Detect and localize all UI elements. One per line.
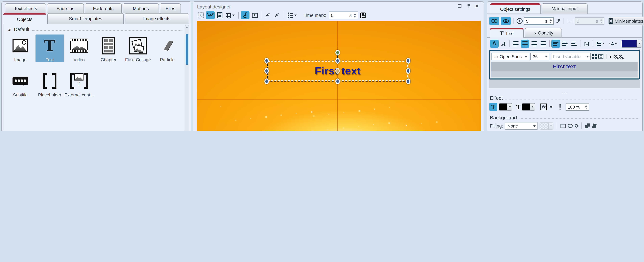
bold-button[interactable]: A [490,40,499,48]
object-tile-flexi-collage[interactable]: Flexi-Collage [124,35,152,62]
character-map-icon[interactable] [592,54,597,59]
paragraph-icon[interactable] [598,54,604,59]
dotted-leader [32,28,182,31]
tab-motions[interactable]: Motions [123,4,159,13]
insert-variable-select[interactable]: Insert variable [551,53,590,60]
object-tile-image[interactable]: Image [6,35,34,62]
tab-files[interactable]: Files [160,4,181,13]
close-icon[interactable]: ✕ [475,4,479,9]
tab-text-effects[interactable]: Text effects [5,4,46,13]
editor-zoom-out-icon[interactable]: − [619,55,622,58]
align-left-button[interactable] [512,40,520,48]
object-tile-particle[interactable]: ///Particle [153,35,182,62]
offset-input[interactable]: 0 s [575,17,604,25]
tab-fade-outs[interactable]: Fade-outs [85,4,122,13]
valign-middle-button[interactable] [560,40,569,48]
outline-color-picker[interactable] [522,103,535,111]
text-editor[interactable]: TT Open Sans 36 Insert variable ◐ + − Fi… [489,50,640,80]
shape-circle-icon[interactable] [575,124,578,128]
font-color-dropdown[interactable] [637,40,642,47]
handle-top-right[interactable] [406,58,410,64]
time-mark-input[interactable]: 0 s [329,12,358,19]
font-color-picker[interactable] [621,40,642,48]
handle-top-left[interactable] [264,58,269,64]
editor-text-line[interactable]: First text [491,62,638,71]
shape-polygon2-icon[interactable] [592,123,597,128]
handle-top-center[interactable] [335,58,340,64]
section-default[interactable]: ◢ Default [3,25,186,34]
object-tile-subtitle[interactable]: Subtitle [6,70,34,97]
object-tile-text[interactable]: TText [36,35,64,62]
add-path-point-button[interactable] [263,11,272,19]
valign-bottom-button[interactable] [570,40,578,48]
handle-mid-left[interactable] [264,68,269,74]
text-color-picker[interactable] [499,103,512,111]
duration-input[interactable]: 5 s [524,17,554,25]
object-tile-chapter[interactable]: Chapter [94,35,123,62]
text-color-button[interactable]: T [489,103,497,111]
time-mark-spinner[interactable] [353,12,357,19]
eye-icon [503,19,508,23]
tile-label: Image [14,57,26,62]
select-tool-button[interactable]: ↖ [196,11,205,19]
object-tile-placeholder[interactable]: Placeholder [36,70,64,97]
filling-select[interactable]: None [505,122,538,130]
objects-scrollbar[interactable]: ▲ ▼ [185,25,189,131]
handle-bottom-right[interactable] [406,79,410,84]
shape-polygon1-icon[interactable] [585,123,590,128]
fx-icon[interactable]: ƒx [540,104,547,110]
smooth-curve-button[interactable] [241,11,250,19]
valign-top-button[interactable] [551,40,560,48]
object-tile-external-cont-[interactable]: ↑External cont... [65,70,93,97]
align-center-button[interactable] [520,40,530,48]
maximize-icon[interactable] [458,5,462,8]
handle-mid-right[interactable] [406,68,410,74]
pin-icon[interactable] [468,4,470,9]
move-handle[interactable] [335,68,340,74]
tab-objects[interactable]: Objects [3,13,46,24]
preview-canvas[interactable]: First text [197,21,481,131]
tab-fade-ins[interactable]: Fade-ins [47,4,84,13]
visibility-button[interactable] [501,17,511,25]
expander[interactable]: ... [487,89,642,94]
link-duration-button[interactable] [489,17,499,25]
tab-label: Text [505,31,514,36]
editor-zoom-in-icon[interactable]: + [614,55,617,58]
mini-templates-button[interactable]: Mini-templates [608,17,644,25]
tab-opacity[interactable]: ◑Opacity [525,28,562,38]
scroll-up-icon[interactable]: ▲ [185,25,189,29]
tab-manual-input[interactable]: Manual input [542,4,588,14]
tile-label: Subtitle [13,92,28,97]
fx-dropdown-icon[interactable] [549,106,553,108]
editor-empty-area[interactable] [491,71,638,78]
tab-object-settings[interactable]: Object settings [490,4,540,14]
font-size-select[interactable]: 36 [530,53,549,60]
font-family-select[interactable]: TT Open Sans [491,53,529,60]
smart-duration-icon[interactable]: ↺✦ [555,18,561,24]
contrast-icon[interactable]: ◐ [609,54,612,59]
object-tile-video[interactable]: Video [65,35,93,62]
motion-path-curve-button[interactable] [206,11,215,19]
fit-frame-button[interactable]: ✛ [250,11,259,19]
tab-smart-templates[interactable]: Smart templates [47,13,124,24]
italic-button[interactable]: A [499,40,508,48]
scrollbar-thumb[interactable] [186,34,188,65]
text-fit-button[interactable]: [≡] [582,40,591,48]
tab-text[interactable]: TText [490,28,524,38]
shape-ellipse-icon[interactable] [568,124,573,128]
shape-rect-icon[interactable] [560,124,566,128]
handle-bottom-left[interactable] [264,79,269,84]
handle-bottom-center[interactable] [335,79,340,84]
grid-button[interactable] [225,11,236,19]
remove-path-point-button[interactable] [273,11,282,19]
effect-opacity-input[interactable]: 100 % [566,103,589,111]
save-time-mark-button[interactable] [359,11,368,19]
line-spacing-button[interactable]: ↕A [606,40,619,48]
object-list-button[interactable] [286,11,298,19]
rotate-handle[interactable] [335,50,340,56]
justify-button[interactable] [539,40,548,48]
tab-image-effects[interactable]: Image effects [125,13,189,24]
list-style-button[interactable] [595,40,606,48]
align-right-button[interactable] [530,40,538,48]
layers-button[interactable] [215,11,224,19]
